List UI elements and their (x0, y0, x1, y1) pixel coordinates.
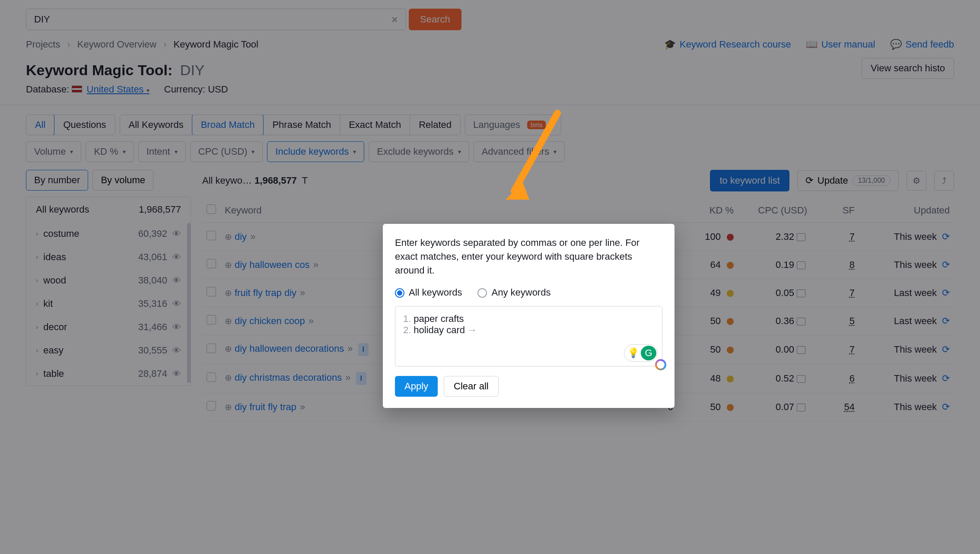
popover-help-text: Enter keywords separated by commas or on… (395, 236, 662, 277)
lightbulb-icon: 💡 (625, 346, 641, 360)
radio-on-icon (395, 288, 404, 298)
radio-off-icon (477, 288, 487, 298)
include-keywords-textarea[interactable]: 1.paper crafts 2.holiday card→ 💡 G (395, 306, 662, 366)
grammarly-icon: G (641, 346, 656, 360)
annotation-arrow (497, 109, 570, 206)
radio-all-keywords[interactable]: All keywords (395, 287, 462, 298)
arrow-right-icon: → (468, 325, 477, 335)
grammarly-widget[interactable]: 💡 G (624, 344, 658, 362)
assistant-badge-icon[interactable] (655, 359, 666, 370)
apply-button[interactable]: Apply (395, 376, 438, 397)
include-keywords-popover: Enter keywords separated by commas or on… (383, 224, 675, 408)
clear-all-button[interactable]: Clear all (444, 376, 499, 397)
radio-any-keywords[interactable]: Any keywords (477, 287, 550, 298)
